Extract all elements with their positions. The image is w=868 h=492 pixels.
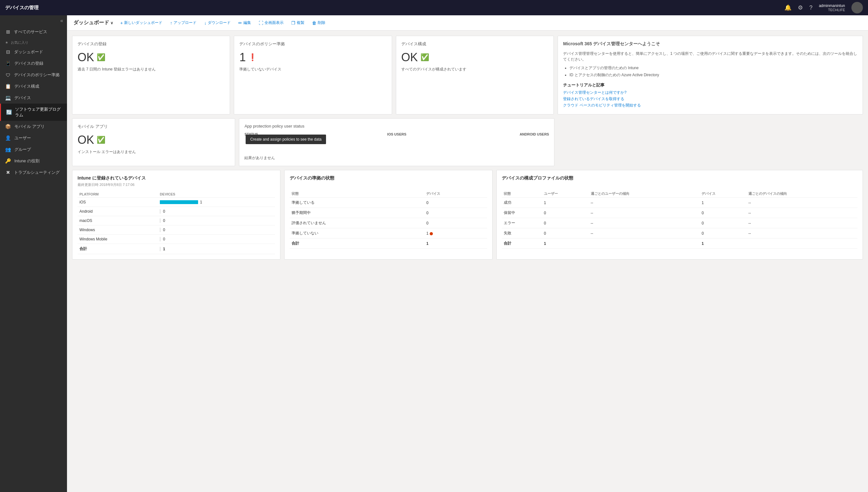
- sidebar-item-software-update[interactable]: 🔄 ソフトウェア更新プログラム: [0, 104, 67, 121]
- help-icon[interactable]: ?: [809, 4, 813, 11]
- edit-button[interactable]: ✏ 編集: [235, 19, 254, 27]
- config-cell: --: [589, 218, 700, 228]
- config-cell: 1: [542, 198, 589, 208]
- device-config-subtitle: すべてのデバイスが構成されています: [401, 67, 548, 72]
- devices-cell: 0: [158, 207, 275, 216]
- config-cell: 0: [700, 228, 746, 239]
- platform-cell: 合計: [77, 244, 158, 254]
- config-profile-subtitle: [502, 182, 858, 186]
- config-profile-title: デバイスの構成プロファイルの状態: [502, 175, 858, 181]
- sidebar-item-all-services[interactable]: ⊞ すべてのサービス: [0, 26, 67, 38]
- sidebar-item-troubleshoot[interactable]: ✖ トラブルシューティング: [0, 167, 67, 178]
- top-navbar: デバイスの管理 🔔 ⚙ ? adminmanintun TECHLIFE: [0, 0, 868, 15]
- check-circle-icon-2: ✅: [420, 53, 429, 62]
- sidebar-item-device-policy[interactable]: 🛡 デバイスのポリシー準拠: [0, 69, 67, 81]
- table-row: iOS1: [77, 198, 275, 207]
- progress-bar: [160, 200, 198, 204]
- second-cards-row: モバイル アプリ OK ✅ インストール エラーはありません App prote…: [72, 118, 863, 166]
- app-protection-empty: 結果がありません: [244, 155, 549, 161]
- delete-button[interactable]: 🗑 削除: [309, 19, 329, 27]
- shield-icon: 🛡: [5, 72, 11, 78]
- fullscreen-button[interactable]: ⛶ 全画面表示: [256, 19, 287, 27]
- top-cards-row: デバイスの登録 OK ✅ 過去 7 日間の Intune 登録エラーはありません…: [72, 36, 863, 115]
- platform-cell: Android: [77, 207, 158, 216]
- app-body: « ⊞ すべてのサービス ★ お気に入り ⊟ ダッシュボード 📱 デバイスの登録…: [0, 15, 868, 492]
- platform-cell: Windows: [77, 225, 158, 235]
- users-icon: 👥: [5, 147, 11, 152]
- config-cell: 0: [700, 208, 746, 218]
- table-row: 合計11: [502, 239, 858, 249]
- enrollment-card-title: デバイスの登録: [77, 41, 224, 47]
- bottom-cards-row: Intune に登録されているデバイス 最終更新日時 2018年9月8日 7:1…: [72, 170, 863, 260]
- mobile-apps-card-title: モバイル アプリ: [77, 124, 230, 129]
- devices-cell: 1: [158, 244, 275, 254]
- sidebar-item-device-config[interactable]: 📋 デバイス構成: [0, 81, 67, 92]
- table-row: エラー0--0--: [502, 218, 858, 228]
- laptop-icon: 💻: [5, 95, 11, 101]
- tutorial-link-1[interactable]: デバイス管理センターとは何ですか?: [563, 90, 858, 95]
- gear-icon[interactable]: ⚙: [798, 4, 803, 11]
- sidebar-item-mobile-apps[interactable]: 📦 モバイル アプリ: [0, 121, 67, 132]
- table-row: 準拠していない1: [290, 228, 487, 239]
- table-row: macOS0: [77, 216, 275, 225]
- new-dashboard-button[interactable]: + 新しいダッシュボード: [117, 19, 166, 27]
- config-cell: 0: [542, 218, 589, 228]
- compliance-col-devices: デバイス: [424, 190, 487, 198]
- package-icon: 📦: [5, 124, 11, 129]
- download-button[interactable]: ↓ ダウンロード: [201, 19, 234, 27]
- duplicate-button[interactable]: ❐ 複製: [288, 19, 308, 27]
- sidebar-item-groups[interactable]: 👥 グループ: [0, 144, 67, 155]
- welcome-card-title: Microsoft 365 デバイス管理センターへようこそ: [563, 41, 858, 47]
- devices-cell: 0: [424, 198, 487, 208]
- sidebar-item-users[interactable]: 👤 ユーザー: [0, 132, 67, 144]
- sidebar: « ⊞ すべてのサービス ★ お気に入り ⊟ ダッシュボード 📱 デバイスの登録…: [0, 15, 67, 492]
- clipboard-icon: 📋: [5, 83, 11, 89]
- tutorial-link-2[interactable]: 登録されているデバイスを取得する: [563, 96, 858, 102]
- grid-icon: ⊞: [5, 29, 11, 35]
- config-cell: 保留中: [502, 208, 542, 218]
- device-config-status: OK ✅: [401, 51, 548, 64]
- table-row: 合計1: [290, 239, 487, 249]
- device-config-card: デバイス構成 OK ✅ すべてのデバイスが構成されています: [396, 36, 554, 115]
- config-cell: 成功: [502, 198, 542, 208]
- devices-cell: 0: [158, 225, 275, 235]
- status-cell: 評価されていません: [290, 218, 424, 228]
- devices-cell: 0: [158, 235, 275, 244]
- devices-cell: 1: [424, 228, 487, 239]
- check-circle-icon-3: ✅: [97, 136, 105, 144]
- sidebar-item-devices[interactable]: 💻 デバイス: [0, 92, 67, 104]
- enrollment-card: デバイスの登録 OK ✅ 過去 7 日間の Intune 登録エラーはありません: [72, 36, 230, 115]
- sidebar-item-dashboard[interactable]: ⊟ ダッシュボード: [0, 46, 67, 58]
- config-cell: 1: [542, 239, 589, 249]
- upload-button[interactable]: ↑ アップロード: [167, 19, 200, 27]
- dashboard-icon: ⊟: [5, 49, 11, 55]
- star-icon: ★: [5, 41, 8, 45]
- devices-cell: 0: [424, 208, 487, 218]
- tutorial-link-3[interactable]: クラウド ベースのモビリティ管理を開始する: [563, 103, 858, 108]
- policy-status: 1 ❗: [239, 51, 386, 64]
- config-cell: --: [746, 228, 858, 239]
- devices-cell: 1: [424, 239, 487, 249]
- bar-container: 1: [160, 200, 273, 204]
- sidebar-collapse-button[interactable]: «: [0, 15, 67, 26]
- sidebar-item-intune-roles[interactable]: 🔑 Intune の役割: [0, 155, 67, 167]
- welcome-card: Microsoft 365 デバイス管理センターへようこそ デバイス管理管理セン…: [558, 36, 863, 115]
- config-cell: --: [589, 198, 700, 208]
- chevron-down-icon[interactable]: ∨: [111, 21, 113, 25]
- avatar[interactable]: [851, 2, 863, 14]
- config-col-device-trend: 週ごとのデバイスの傾向: [746, 190, 858, 198]
- table-row: Windows Mobile0: [77, 235, 275, 244]
- config-cell: エラー: [502, 218, 542, 228]
- config-cell: --: [746, 198, 858, 208]
- sidebar-item-device-enrollment[interactable]: 📱 デバイスの登録: [0, 58, 67, 69]
- config-col-user: ユーザー: [542, 190, 589, 198]
- bell-icon[interactable]: 🔔: [785, 4, 791, 11]
- config-cell: [589, 239, 700, 249]
- table-row: 失敗0--0--: [502, 228, 858, 239]
- dashboard-area: デバイスの登録 OK ✅ 過去 7 日間の Intune 登録エラーはありません…: [67, 31, 868, 269]
- config-cell: 0: [542, 228, 589, 239]
- devices-cell: 0: [424, 218, 487, 228]
- config-profile-table: 状態 ユーザー 週ごとのユーザーの傾向 デバイス 週ごとのデバイスの傾向 成功1…: [502, 190, 858, 249]
- x-icon: ✖: [5, 170, 11, 175]
- app-protection-tooltip: Create and assign policies to see the da…: [246, 134, 326, 144]
